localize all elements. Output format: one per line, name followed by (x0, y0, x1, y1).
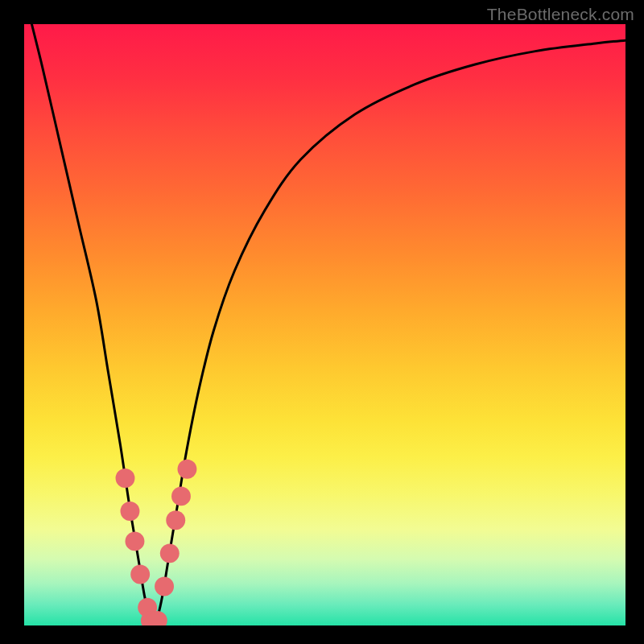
bottleneck-curve (24, 0, 625, 622)
chart-svg (0, 0, 644, 644)
marker-dot (166, 510, 185, 530)
watermark-label: TheBottleneck.com (487, 5, 634, 24)
chart-frame: TheBottleneck.com (0, 0, 644, 644)
marker-dot (177, 460, 196, 479)
marker-dot (126, 531, 145, 551)
marker-dot (160, 543, 180, 563)
marker-dot (116, 469, 135, 488)
marker-dot (171, 486, 191, 506)
marker-dot (148, 611, 167, 630)
marker-dot (155, 577, 174, 597)
marker-dot (121, 502, 140, 521)
marker-dot (130, 565, 150, 584)
